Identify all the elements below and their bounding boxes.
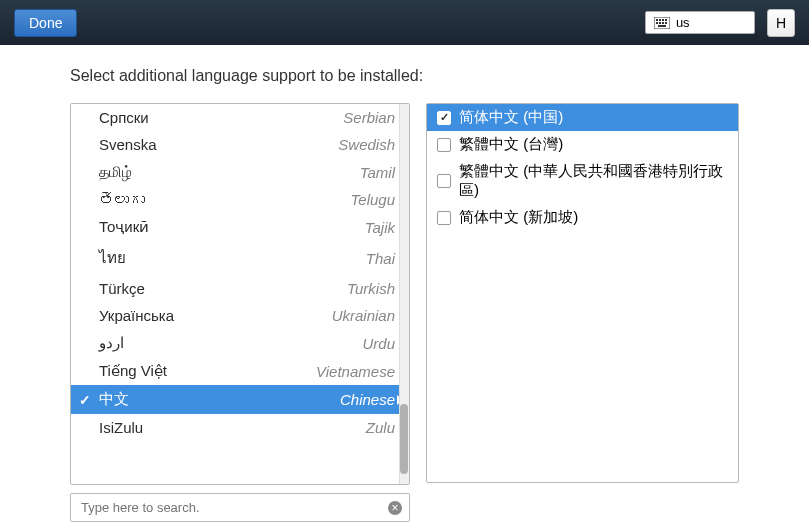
- language-row[interactable]: СрпскиSerbian: [71, 104, 409, 131]
- keyboard-layout-label: us: [676, 15, 690, 30]
- language-native-name: اردو: [99, 334, 124, 352]
- svg-rect-2: [659, 19, 661, 21]
- svg-rect-7: [662, 22, 664, 24]
- keyboard-layout-indicator[interactable]: us: [645, 11, 755, 34]
- language-english-name: Tajik: [149, 219, 395, 236]
- language-english-name: Tamil: [132, 164, 395, 181]
- language-english-name: Ukrainian: [174, 307, 395, 324]
- language-english-name: Turkish: [145, 280, 395, 297]
- locale-row[interactable]: 简体中文 (新加坡): [427, 204, 738, 231]
- keyboard-icon: [654, 17, 670, 29]
- scrollbar[interactable]: [399, 104, 409, 484]
- scrollbar-thumb[interactable]: [400, 404, 408, 474]
- language-english-name: Urdu: [124, 335, 395, 352]
- language-english-name: Swedish: [157, 136, 395, 153]
- language-row[interactable]: اردوUrdu: [71, 329, 409, 357]
- language-row[interactable]: தமிழ்Tamil: [71, 158, 409, 186]
- svg-rect-4: [665, 19, 667, 21]
- help-button[interactable]: H: [767, 9, 795, 37]
- locale-list-panel: 简体中文 (中国)繁體中文 (台灣)繁體中文 (中華人民共和國香港特別行政區)简…: [426, 103, 739, 483]
- language-row[interactable]: SvenskaSwedish: [71, 131, 409, 158]
- locale-checkbox[interactable]: [437, 111, 451, 125]
- svg-rect-5: [656, 22, 658, 24]
- language-native-name: తెలుగు: [99, 191, 145, 208]
- svg-rect-9: [658, 25, 666, 27]
- language-native-name: தமிழ்: [99, 163, 132, 181]
- language-row[interactable]: ไทยThai: [71, 241, 409, 275]
- locale-label: 简体中文 (中国): [459, 108, 563, 127]
- locale-row[interactable]: 简体中文 (中国): [427, 104, 738, 131]
- language-native-name: 中文: [99, 390, 129, 409]
- done-button[interactable]: Done: [14, 9, 77, 37]
- language-list[interactable]: СрпскиSerbianSvenskaSwedishதமிழ்Tamilతెల…: [71, 104, 409, 484]
- language-english-name: Thai: [126, 250, 395, 267]
- instructions-text: Select additional language support to be…: [70, 67, 739, 85]
- language-row[interactable]: తెలుగుTelugu: [71, 186, 409, 213]
- locale-checkbox[interactable]: [437, 174, 451, 188]
- svg-rect-3: [662, 19, 664, 21]
- locale-checkbox[interactable]: [437, 211, 451, 225]
- language-english-name: Vietnamese: [167, 363, 395, 380]
- language-row[interactable]: УкраїнськаUkrainian: [71, 302, 409, 329]
- locale-checkbox[interactable]: [437, 138, 451, 152]
- language-native-name: Svenska: [99, 136, 157, 153]
- clear-search-icon[interactable]: [388, 501, 402, 515]
- language-native-name: Türkçe: [99, 280, 145, 297]
- language-english-name: Telugu: [145, 191, 395, 208]
- language-native-name: Українська: [99, 307, 174, 324]
- language-native-name: Тоҷикӣ: [99, 218, 149, 236]
- language-row[interactable]: TürkçeTurkish: [71, 275, 409, 302]
- language-english-name: Zulu: [143, 419, 395, 436]
- language-native-name: IsiZulu: [99, 419, 143, 436]
- locale-label: 繁體中文 (台灣): [459, 135, 563, 154]
- language-row[interactable]: IsiZuluZulu: [71, 414, 409, 441]
- language-list-panel: СрпскиSerbianSvenskaSwedishதமிழ்Tamilతెల…: [70, 103, 410, 485]
- language-native-name: Tiếng Việt: [99, 362, 167, 380]
- locale-row[interactable]: 繁體中文 (台灣): [427, 131, 738, 158]
- locale-label: 繁體中文 (中華人民共和國香港特別行政區): [459, 162, 728, 200]
- svg-rect-8: [665, 22, 667, 24]
- top-bar: Done us H: [0, 0, 809, 45]
- language-english-name: Chinese: [129, 391, 395, 408]
- locale-row[interactable]: 繁體中文 (中華人民共和國香港特別行政區): [427, 158, 738, 204]
- language-row[interactable]: Tiếng ViệtVietnamese: [71, 357, 409, 385]
- language-english-name: Serbian: [149, 109, 395, 126]
- search-input[interactable]: [70, 493, 410, 522]
- locale-label: 简体中文 (新加坡): [459, 208, 578, 227]
- svg-rect-6: [659, 22, 661, 24]
- language-native-name: Српски: [99, 109, 149, 126]
- language-row[interactable]: 中文Chinese: [71, 385, 409, 414]
- language-row[interactable]: ТоҷикӣTajik: [71, 213, 409, 241]
- svg-rect-1: [656, 19, 658, 21]
- language-native-name: ไทย: [99, 246, 126, 270]
